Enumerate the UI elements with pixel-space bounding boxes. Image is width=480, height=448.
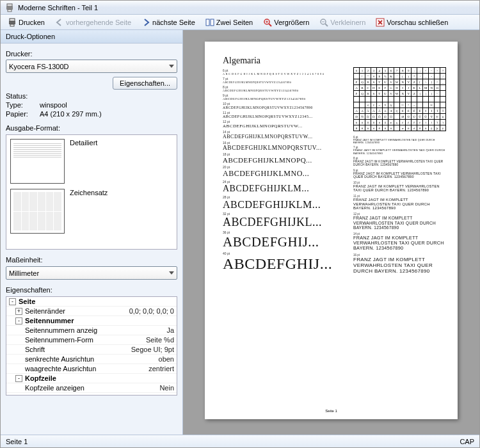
tree-key: Schrift: [25, 346, 131, 353]
tree-key: waagrechte Ausrichtun: [25, 365, 148, 372]
arrow-right-icon: [141, 18, 150, 27]
status-page: Seite 1: [6, 438, 28, 445]
sidebar-header: Druck-Optionen: [1, 30, 182, 44]
expand-toggle[interactable]: -: [15, 317, 22, 324]
tree-key: Kopfzeile anzeigen: [25, 384, 159, 392]
preview-page: Algemaria 0123456789:;<=>?!"#$%&'()*+,-.…: [205, 42, 458, 419]
output-format-label: Ausgabe-Format:: [6, 124, 177, 132]
tree-row[interactable]: -Kopfzeile: [6, 374, 177, 383]
unit-label: Maßeinheit:: [6, 256, 177, 264]
app-icon: [4, 3, 15, 13]
status-label: Status:: [6, 92, 35, 100]
tree-value: 0,0; 0,0; 0,0; 0: [129, 307, 174, 315]
tree-key: senkrechte Ausrichtun: [25, 355, 159, 363]
printer-select[interactable]: Kyocera FS-1300D: [6, 60, 177, 73]
tree-row[interactable]: Seitennummern anzeigJa: [6, 326, 177, 335]
expand-toggle[interactable]: +: [15, 308, 22, 315]
svg-rect-4: [10, 19, 15, 21]
tree-row[interactable]: senkrechte Ausrichtunoben: [6, 355, 177, 364]
print-button[interactable]: Drucken: [3, 16, 49, 29]
font-name: Algemaria: [223, 56, 446, 66]
tree-key: Seitennummern anzeig: [25, 326, 166, 334]
window-title: Moderne Schriften - Teil 1: [18, 4, 98, 12]
expand-toggle[interactable]: -: [15, 375, 22, 382]
two-pages-button[interactable]: Zwei Seiten: [201, 16, 257, 29]
tree-value: Ja: [166, 326, 174, 334]
svg-rect-2: [8, 10, 12, 12]
charset-grid: 0123456789:;<=>?!"#$%&'()*+,-./PQRSTUVWX…: [353, 67, 446, 131]
chevron-down-icon: [169, 271, 174, 275]
props-tree-label: Eigenschaften:: [6, 286, 177, 294]
tree-value: Segoe UI; 9pt: [131, 346, 174, 353]
properties-tree[interactable]: -Seite+Seitenränder0,0; 0,0; 0,0; 0-Seit…: [6, 296, 177, 396]
format-label-detailed: Detailiert: [70, 139, 97, 147]
tree-row[interactable]: waagrechte Ausrichtunzentriert: [6, 364, 177, 374]
tree-row[interactable]: -Seite: [6, 297, 177, 307]
svg-rect-3: [9, 21, 15, 24]
size-samples: 6 ptA B C D E F G H I J K L M N O P Q R …: [223, 67, 351, 274]
next-page-button[interactable]: nächste Seite: [137, 16, 200, 29]
tree-key: Seite: [19, 298, 174, 305]
zoom-out-icon: [319, 18, 328, 27]
svg-rect-0: [6, 6, 13, 10]
svg-line-9: [269, 24, 271, 26]
printer-label: Drucker:: [6, 50, 177, 58]
prev-page-button[interactable]: vorhergehende Seite: [51, 16, 136, 29]
type-value: winspool: [40, 101, 67, 109]
format-option-charset[interactable]: [10, 189, 65, 234]
zoom-in-icon: [263, 18, 272, 27]
tree-row[interactable]: SchriftSegoe UI; 9pt: [6, 345, 177, 355]
svg-rect-1: [7, 4, 12, 6]
svg-rect-7: [211, 19, 214, 26]
tree-key: Seitenränder: [25, 307, 129, 315]
zoom-out-button[interactable]: Verkleinern: [315, 16, 370, 29]
status-bar: Seite 1 CAP: [1, 435, 479, 447]
zoom-in-button[interactable]: Vergrößern: [259, 16, 314, 29]
svg-rect-6: [206, 19, 209, 26]
format-option-detailed[interactable]: [10, 139, 65, 184]
tree-row[interactable]: Kopfzeile anzeigenNein: [6, 383, 177, 393]
svg-line-13: [325, 24, 328, 26]
page-number: Seite 1: [205, 409, 458, 413]
sidebar: Druck-Optionen Drucker: Kyocera FS-1300D…: [1, 30, 183, 435]
printer-icon: [8, 18, 17, 27]
tree-value: Nein: [159, 384, 174, 392]
close-icon: [376, 18, 385, 27]
tree-row[interactable]: Seitennummern-FormSeite %d: [6, 335, 177, 345]
arrow-left-icon: [55, 18, 64, 27]
tree-value: Seite %d: [146, 336, 174, 344]
tree-key: Kopfzeile: [25, 374, 174, 382]
preview-pane[interactable]: Algemaria 0123456789:;<=>?!"#$%&'()*+,-.…: [183, 30, 479, 435]
tree-key: Seitennummern-Form: [25, 336, 146, 344]
paper-value: A4 (210 x 297 mm.): [40, 110, 102, 118]
chevron-down-icon: [169, 65, 174, 68]
tree-row[interactable]: -Seitennummer: [6, 316, 177, 326]
format-label-charset: Zeichensatz: [70, 189, 108, 196]
tree-row[interactable]: +Seitenränder0,0; 0,0; 0,0; 0: [6, 307, 177, 316]
output-format-grid: Detailiert Zeichensatz: [6, 134, 177, 250]
unit-select[interactable]: Millimeter: [6, 266, 177, 280]
properties-button[interactable]: Eigenschaften...: [113, 77, 177, 90]
title-bar: Moderne Schriften - Teil 1: [1, 1, 479, 15]
tree-key: Seitennummer: [25, 317, 174, 324]
two-pages-icon: [205, 18, 214, 27]
type-label: Type:: [6, 101, 35, 109]
tree-value: zentriert: [148, 365, 174, 372]
tree-value: oben: [159, 355, 174, 363]
toolbar: Drucken vorhergehende Seite nächste Seit…: [1, 15, 479, 30]
expand-toggle[interactable]: -: [9, 298, 16, 305]
app-window: Moderne Schriften - Teil 1 Drucken vorhe…: [0, 0, 480, 448]
svg-rect-5: [10, 24, 14, 26]
sentence-samples: 6 ptFRANZ JAGT IM KOMPLETT VERWAHRLOSTEN…: [353, 134, 446, 276]
close-preview-button[interactable]: Vorschau schließen: [371, 16, 452, 29]
status-caps: CAP: [460, 438, 474, 445]
paper-label: Papier:: [6, 110, 35, 118]
